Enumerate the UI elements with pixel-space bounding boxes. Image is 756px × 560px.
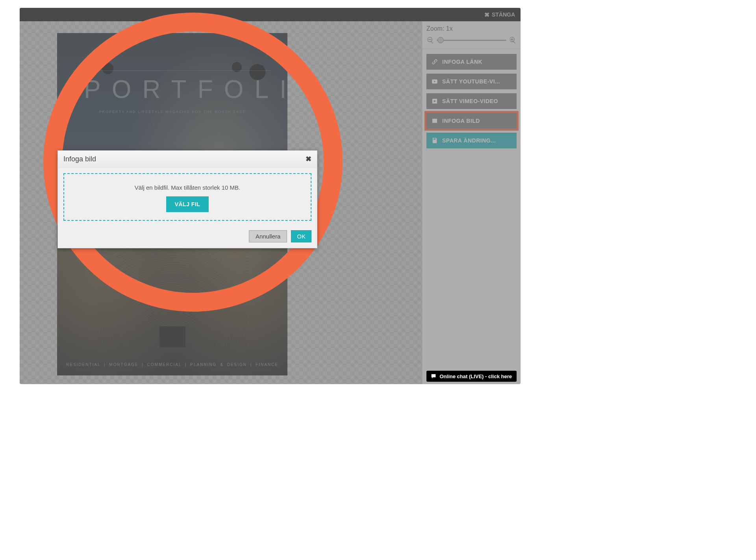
save-changes-label: SPARA ÄNDRING...: [442, 137, 496, 144]
youtube-icon: [431, 78, 438, 85]
titlebar: ✖ STÄNGA: [20, 8, 521, 21]
magazine-title: PORTFOLIO: [73, 70, 272, 104]
insert-youtube-button[interactable]: SÄTT YOUTUBE-VI...: [426, 74, 517, 89]
vimeo-icon: [431, 98, 438, 105]
save-changes-button[interactable]: SPARA ÄNDRING...: [426, 133, 517, 148]
insert-link-label: INFOGA LÄNK: [442, 59, 482, 65]
close-icon[interactable]: ✖: [484, 11, 489, 18]
file-dropzone[interactable]: Välj en bildfil. Max tillåten storlek 10…: [63, 173, 311, 221]
ok-button[interactable]: OK: [291, 230, 311, 242]
dialog-header: Infoga bild ✖: [58, 151, 317, 168]
zoom-out-icon[interactable]: [426, 36, 434, 44]
dialog-footer: Annullera OK: [58, 226, 317, 248]
insert-youtube-label: SÄTT YOUTUBE-VI...: [442, 78, 500, 85]
insert-vimeo-label: SÄTT VIMEO-VIDEO: [442, 98, 498, 104]
zoom-slider[interactable]: [437, 40, 506, 41]
insert-image-button[interactable]: INFOGA BILD: [426, 113, 517, 129]
live-chat-label: Online chat (LIVE) - click here: [440, 373, 512, 379]
chat-icon: [430, 373, 437, 379]
cancel-button[interactable]: Annullera: [249, 230, 287, 242]
insert-link-button[interactable]: INFOGA LÄNK: [426, 54, 517, 70]
editor-window: ✖ STÄNGA PORTFOLIO PROPERTY AND LIFESTYL…: [20, 8, 521, 384]
dialog-title: Infoga bild: [63, 155, 96, 163]
link-icon: [431, 58, 438, 65]
insert-image-label: INFOGA BILD: [442, 118, 480, 124]
image-icon: [431, 117, 438, 124]
zoom-label: Zoom: 1x: [426, 25, 517, 32]
zoom-in-icon[interactable]: [509, 36, 517, 44]
dropzone-hint: Välj en bildfil. Max tillåten storlek 10…: [68, 184, 307, 191]
save-icon: [431, 137, 438, 144]
sidebar-separator: [422, 49, 521, 49]
sidebar: Zoom: 1x INFOGA LÄNK SÄTT YOUTUBE-VI... …: [422, 21, 521, 384]
zoom-control: [426, 36, 517, 44]
magazine-subtitle: PROPERTY AND LIFESTYLE MAGAZINE FOR THE …: [57, 110, 287, 114]
choose-file-button[interactable]: VÄLJ FIL: [166, 196, 209, 212]
insert-vimeo-button[interactable]: SÄTT VIMEO-VIDEO: [426, 93, 517, 109]
insert-image-dialog: Infoga bild ✖ Välj en bildfil. Max tillå…: [57, 150, 317, 248]
live-chat-button[interactable]: Online chat (LIVE) - click here: [426, 371, 517, 382]
magazine-footer: RESIDENTIAL | MORTGAGE | COMMERCIAL | PL…: [57, 362, 287, 367]
close-label[interactable]: STÄNGA: [492, 11, 515, 18]
magazine-decorative-door: [159, 326, 186, 348]
dialog-close-icon[interactable]: ✖: [306, 155, 311, 163]
